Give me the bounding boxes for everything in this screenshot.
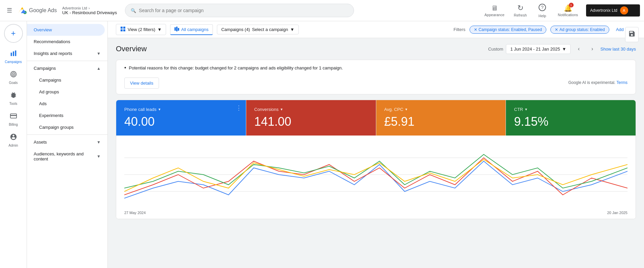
show-last-30-days-button[interactable]: Show last 30 days — [600, 47, 636, 52]
sidebar-item-tools[interactable]: Tools — [1, 89, 26, 108]
leftnav-campaigns[interactable]: Campaigns — [34, 74, 105, 86]
metric-card-phone-call-leads[interactable]: Phone call leads ▼ 40.00 ⋮ — [116, 100, 246, 136]
main-content: View (2 filters) ▼ All campaigns Campaig… — [108, 21, 644, 268]
refresh-button[interactable]: ↻ Refresh — [510, 2, 531, 19]
appearance-icon: 🖥 — [491, 4, 498, 12]
metrics-chart — [124, 141, 627, 208]
all-campaigns-filter[interactable]: All campaigns — [170, 24, 213, 35]
insights-chevron-icon: ▼ — [97, 51, 101, 56]
notifications-label: Notifications — [558, 13, 578, 17]
search-box[interactable]: 🔍 — [125, 4, 354, 17]
create-button[interactable]: + — [4, 24, 23, 43]
conversions-label: Conversions ▼ — [254, 107, 368, 112]
leftnav-audiences[interactable]: Audiences, keywords and content ▼ — [27, 148, 107, 165]
account-name: UK - Resinbound Driveways — [62, 10, 117, 15]
select-campaign-label: Select a campaign — [252, 27, 288, 32]
ads-sub-label: Ads — [39, 101, 46, 106]
date-controls: Custom 1 Jun 2024 - 21 Jan 2025 ▼ ‹ › Sh… — [488, 43, 636, 54]
select-campaign-chevron-icon: ▼ — [290, 27, 294, 32]
leftnav-overview-label: Overview — [34, 27, 98, 32]
leftnav-campaign-groups[interactable]: Campaign groups — [34, 121, 105, 133]
notification-badge: 1 — [569, 3, 574, 7]
svg-rect-13 — [121, 29, 123, 31]
leftnav-overview[interactable]: Overview — [27, 24, 105, 36]
date-next-button[interactable]: › — [587, 43, 598, 54]
sidebar-goals-label: Goals — [9, 81, 18, 85]
campaign-groups-sub-label: Campaign groups — [39, 125, 74, 130]
date-range-text: 1 Jun 2024 - 21 Jan 2025 — [510, 47, 560, 52]
admin-icon — [10, 133, 17, 142]
chip-label: Campaign status: Enabled, Paused — [479, 27, 542, 32]
notifications-icon: 🔔 1 — [564, 4, 572, 12]
conversions-value: 141.00 — [254, 115, 368, 129]
sidebar-billing-label: Billing — [9, 123, 18, 126]
all-campaigns-label: All campaigns — [181, 27, 208, 32]
view-filter-chevron-icon: ▼ — [157, 27, 162, 32]
metric-card-conversions[interactable]: Conversions ▼ 141.00 — [246, 100, 376, 136]
svg-rect-12 — [123, 27, 125, 29]
leftnav-divider — [27, 61, 107, 61]
avg-cpc-label: Avg. CPC ▼ — [384, 107, 498, 112]
leftnav-assets[interactable]: Assets ▼ — [27, 136, 107, 148]
ai-terms-link[interactable]: Terms — [616, 80, 627, 85]
leftnav-insights[interactable]: Insights and reports ▼ — [27, 48, 107, 59]
topnav-left: ☰ Google Ads Advertronix Ltd › UK - Resi… — [4, 4, 117, 17]
save-button[interactable] — [625, 27, 639, 42]
help-icon: ? — [538, 3, 546, 13]
leftnav-ads[interactable]: Ads — [34, 98, 105, 110]
search-input[interactable] — [139, 8, 348, 13]
sidebar-item-goals[interactable]: Goals — [1, 68, 26, 87]
campaign-grid-icon — [120, 26, 126, 33]
campaign-status-filter-chip[interactable]: ✕ Campaign status: Enabled, Paused — [470, 26, 546, 34]
experiments-sub-label: Experiments — [39, 113, 63, 118]
chip-close-icon-2: ✕ — [555, 27, 558, 32]
leftnav-adgroups[interactable]: Ad groups — [34, 86, 105, 98]
sidebar-tools-label: Tools — [9, 102, 17, 106]
svg-rect-17 — [178, 28, 179, 31]
date-prev-button[interactable]: ‹ — [573, 43, 584, 54]
left-navigation: Overview Recommendations Insights and re… — [27, 21, 108, 268]
view-filter-button[interactable]: View (2 filters) ▼ — [116, 24, 166, 35]
metric-card-ctr[interactable]: CTR ▼ 9.15% — [506, 100, 636, 136]
campaigns-count-label: Campaigns (4) — [221, 27, 250, 32]
appearance-button[interactable]: 🖥 Appearance — [480, 2, 508, 19]
help-button[interactable]: ? Help — [532, 1, 552, 20]
hamburger-menu[interactable]: ☰ — [4, 4, 15, 17]
account-button[interactable]: Advertronix Ltd A — [586, 4, 640, 17]
leftnav-campaigns-section[interactable]: Campaigns ▲ — [27, 62, 107, 74]
sidebar-item-campaigns[interactable]: Campaigns — [1, 47, 26, 66]
google-ads-logo-text: Google Ads — [29, 7, 57, 13]
svg-rect-3 — [10, 53, 12, 56]
top-navigation: ☰ Google Ads Advertronix Ltd › UK - Resi… — [0, 0, 644, 21]
date-range-picker[interactable]: 1 Jun 2024 - 21 Jan 2025 ▼ — [506, 44, 571, 54]
billing-icon — [10, 112, 17, 121]
filters-label: Filters — [453, 27, 465, 32]
google-ads-logo: Google Ads — [18, 6, 57, 15]
adgroups-sub-label: Ad groups — [39, 89, 59, 94]
leftnav-recommendations-label: Recommendations — [34, 39, 101, 44]
metrics-more-icon[interactable]: ⋮ — [236, 104, 242, 112]
svg-rect-16 — [176, 27, 178, 31]
notifications-button[interactable]: 🔔 1 Notifications — [554, 2, 582, 19]
sidebar-item-admin[interactable]: Admin — [1, 130, 26, 150]
adgroup-status-filter-chip[interactable]: ✕ Ad group status: Enabled — [550, 26, 609, 34]
campaigns-section-label: Campaigns — [34, 66, 97, 71]
leftnav-experiments[interactable]: Experiments — [34, 110, 105, 121]
all-campaigns-icon — [174, 27, 179, 32]
help-label: Help — [539, 14, 546, 18]
campaigns-submenu: Campaigns Ad groups Ads Experiments Camp… — [27, 74, 107, 133]
ctr-value: 9.15% — [514, 115, 627, 129]
leftnav-recommendations[interactable]: Recommendations — [27, 36, 107, 48]
sidebar-item-billing[interactable]: Billing — [1, 110, 26, 129]
svg-rect-15 — [174, 27, 176, 31]
tools-icon — [10, 91, 17, 100]
view-details-button[interactable]: View details — [124, 78, 159, 89]
account-info: Advertronix Ltd › UK - Resinbound Drivew… — [62, 6, 117, 15]
metric-card-avg-cpc[interactable]: Avg. CPC ▼ £5.91 — [376, 100, 506, 136]
phone-call-leads-label: Phone call leads ▼ — [124, 107, 238, 112]
overview-title: Overview — [116, 44, 147, 53]
svg-point-8 — [13, 73, 14, 75]
account-button-text: Advertronix Ltd — [590, 8, 617, 13]
sidebar: + Campaigns Goals Tools Billing Admin — [0, 21, 27, 268]
select-campaign-filter[interactable]: Campaigns (4) Select a campaign ▼ — [217, 25, 299, 34]
